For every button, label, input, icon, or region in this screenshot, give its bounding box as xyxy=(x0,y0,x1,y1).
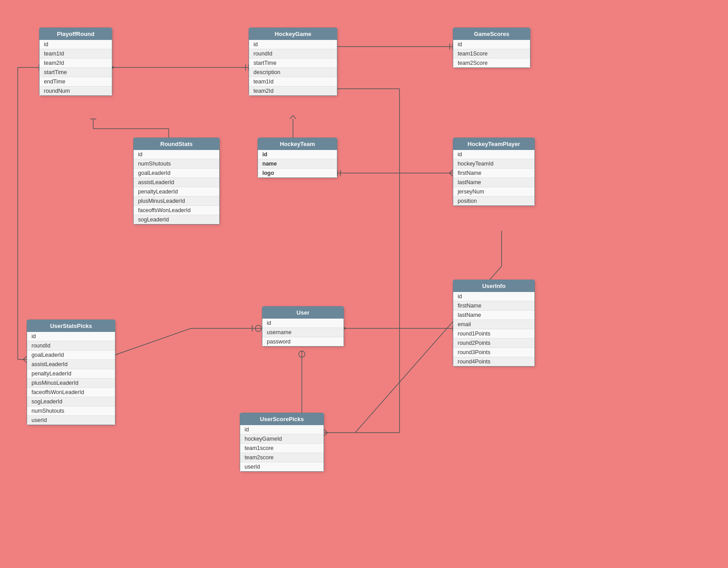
entity-user: User id username password xyxy=(262,306,344,347)
diagram-container: PlayoffRound id team1Id team2Id startTim… xyxy=(0,0,728,568)
field-row: sogLeaderId xyxy=(134,215,219,224)
field-row: lastName xyxy=(453,311,534,320)
field-row: firstName xyxy=(453,169,534,178)
svg-line-32 xyxy=(102,328,191,359)
field-row: hockeyTeamId xyxy=(453,159,534,169)
field-row: id xyxy=(453,40,530,49)
svg-line-55 xyxy=(23,359,27,363)
field-row: password xyxy=(262,337,344,346)
svg-line-54 xyxy=(23,356,27,359)
field-row: jerseyNum xyxy=(453,187,534,197)
field-row: id xyxy=(134,150,219,159)
entity-gamescores-header: GameScores xyxy=(453,28,530,40)
field-row: id xyxy=(249,40,337,49)
field-row: assistLeaderId xyxy=(134,178,219,187)
field-row: email xyxy=(453,320,534,329)
svg-line-20 xyxy=(293,115,296,119)
field-row: roundNum xyxy=(40,87,112,95)
field-row: team2Id xyxy=(249,87,337,95)
field-row: id xyxy=(27,332,115,341)
field-row: userId xyxy=(240,462,324,471)
field-row: team2score xyxy=(240,453,324,462)
field-row: round1Points xyxy=(453,329,534,339)
field-row: team2Score xyxy=(453,59,530,67)
field-row: id xyxy=(453,292,534,301)
field-row: team2Id xyxy=(40,59,112,68)
svg-line-49 xyxy=(324,430,328,433)
entity-playoffround: PlayoffRound id team1Id team2Id startTim… xyxy=(39,28,112,96)
entity-gamescores: GameScores id team1Score team2Score xyxy=(453,28,530,68)
field-row: faceoffsWonLeaderId xyxy=(27,388,115,397)
field-row: penaltyLeaderId xyxy=(27,369,115,379)
field-row: goalLeaderId xyxy=(27,351,115,360)
field-row: logo xyxy=(258,169,337,178)
field-row: position xyxy=(453,197,534,205)
field-row: userId xyxy=(27,416,115,425)
field-row: numShutouts xyxy=(134,159,219,169)
field-row: plusMinusLeaderId xyxy=(134,197,219,206)
field-row: sogLeaderId xyxy=(27,397,115,406)
field-row: firstName xyxy=(453,301,534,311)
field-row: id xyxy=(262,319,344,328)
field-row: hockeyGameId xyxy=(240,434,324,444)
field-row: id xyxy=(258,150,337,159)
svg-point-33 xyxy=(255,325,261,331)
field-row: round2Points xyxy=(453,339,534,348)
entity-userscorepicks-header: UserScorePicks xyxy=(240,413,324,425)
entity-hockeyteam-header: HockeyTeam xyxy=(258,138,337,150)
entity-userstatspicks-header: UserStatsPicks xyxy=(27,320,115,332)
entity-userinfo-header: UserInfo xyxy=(453,280,534,292)
entity-userinfo: UserInfo id firstName lastName email rou… xyxy=(453,280,535,367)
field-row: endTime xyxy=(40,77,112,87)
field-row: description xyxy=(249,68,337,77)
field-row: team1Score xyxy=(453,49,530,59)
field-row: plusMinusLeaderId xyxy=(27,379,115,388)
svg-line-50 xyxy=(324,433,328,436)
entity-hockeyteamplayer: HockeyTeamPlayer id hockeyTeamId firstNa… xyxy=(453,138,535,206)
field-row: username xyxy=(262,328,344,337)
field-row: round4Points xyxy=(453,357,534,366)
field-row: team1Id xyxy=(40,49,112,59)
svg-line-29 xyxy=(449,170,453,173)
entity-playoffround-header: PlayoffRound xyxy=(40,28,112,40)
field-row: assistLeaderId xyxy=(27,360,115,369)
entity-roundstats-header: RoundStats xyxy=(134,138,219,150)
field-row: id xyxy=(240,425,324,434)
field-row: startTime xyxy=(249,59,337,68)
entity-hockeyteamplayer-header: HockeyTeamPlayer xyxy=(453,138,534,150)
field-row: faceoffsWonLeaderId xyxy=(134,206,219,215)
svg-line-30 xyxy=(449,173,453,176)
field-row: roundId xyxy=(249,49,337,59)
field-row: numShutouts xyxy=(27,406,115,416)
entity-roundstats: RoundStats id numShutouts goalLeaderId a… xyxy=(133,138,220,225)
field-row: lastName xyxy=(453,178,534,187)
entity-userscorepicks: UserScorePicks id hockeyGameId team1scor… xyxy=(240,413,324,472)
field-row: id xyxy=(453,150,534,159)
field-row: team1score xyxy=(240,444,324,453)
field-row: team1Id xyxy=(249,77,337,87)
field-row: goalLeaderId xyxy=(134,169,219,178)
entity-user-header: User xyxy=(262,307,344,319)
entity-hockeygame: HockeyGame id roundId startTime descript… xyxy=(249,28,337,96)
svg-line-19 xyxy=(290,115,293,119)
field-row: id xyxy=(40,40,112,49)
entity-userstatspicks: UserStatsPicks id roundId goalLeaderId a… xyxy=(27,320,115,425)
field-row: round3Points xyxy=(453,348,534,357)
field-row: penaltyLeaderId xyxy=(134,187,219,197)
entity-hockeyteam: HockeyTeam id name logo xyxy=(257,138,337,178)
field-row: startTime xyxy=(40,68,112,77)
svg-point-43 xyxy=(299,351,305,357)
entity-hockeygame-header: HockeyGame xyxy=(249,28,337,40)
field-row: roundId xyxy=(27,341,115,351)
field-row: name xyxy=(258,159,337,169)
